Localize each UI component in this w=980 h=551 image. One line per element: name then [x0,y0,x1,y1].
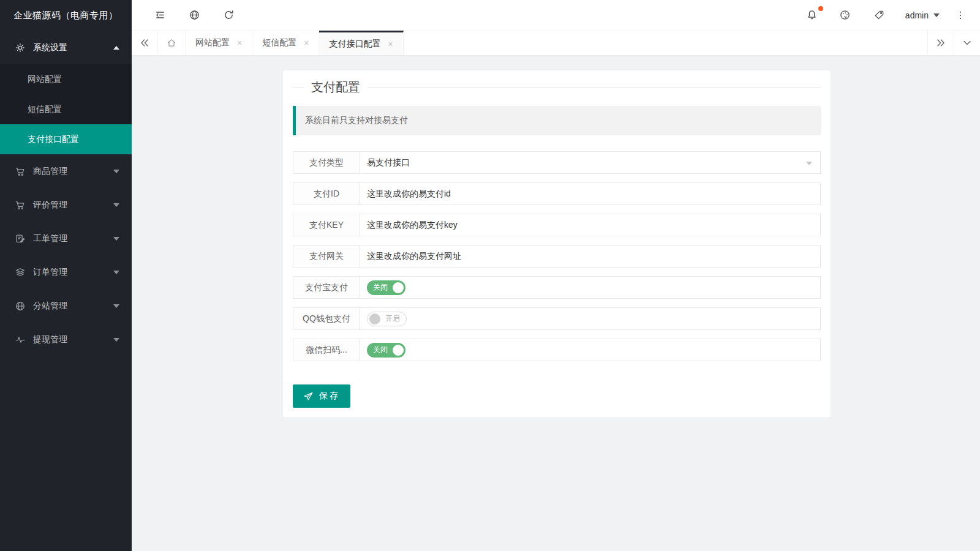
switch-text: 开启 [385,313,400,324]
field-value-cell: 关闭 [360,277,820,298]
caret-down-icon [113,271,119,274]
pay-gateway-input[interactable] [367,246,820,267]
top-header: admin [132,0,980,31]
field-value-cell [360,214,820,236]
user-name: admin [905,10,929,20]
pay-key-input[interactable] [367,214,820,236]
tabs-scroll-left-icon[interactable] [132,31,158,55]
system-settings-submenu: 网站配置 短信配置 支付接口配置 [0,64,132,154]
sidebar-item-review-management[interactable]: 评价管理 [0,188,132,222]
bell-icon[interactable] [796,0,828,31]
close-icon[interactable]: × [304,39,309,47]
field-label: 微信扫码... [293,339,360,361]
caret-down-icon [113,237,119,241]
sidebar-item-payment-config[interactable]: 支付接口配置 [0,124,132,154]
wechat-scan-switch[interactable]: 关闭 [367,343,405,358]
sidebar-item-product-management[interactable]: 商品管理 [0,154,132,188]
save-button-label: 保存 [319,391,340,402]
pulse-icon [15,334,26,345]
sidebar-subitem-label: 支付接口配置 [28,134,79,145]
sidebar-item-system-settings[interactable]: 系统设置 [0,31,132,64]
title-divider [293,87,304,88]
pay-type-select[interactable]: 易支付接口 [360,152,820,173]
palette-icon[interactable] [828,0,862,31]
tabs-menu-icon[interactable] [954,31,980,55]
main-content: 支付配置 系统目前只支持对接易支付 支付类型 易支付接口 支付ID [132,56,980,551]
switch-knob [393,282,404,293]
menu-fold-icon[interactable] [143,0,177,31]
tab-payment-config[interactable]: 支付接口配置 × [319,31,403,55]
sidebar-item-order-management[interactable]: 订单管理 [0,255,132,289]
cart-icon [15,200,26,211]
tabs-scroll-right-icon[interactable] [927,31,954,55]
sidebar-item-ticket-management[interactable]: 工单管理 [0,222,132,255]
field-label: 支付KEY [293,214,360,236]
sidebar-item-label: 商品管理 [33,166,113,177]
globe-icon [15,301,26,312]
page-title: 支付配置 [311,79,360,96]
user-menu[interactable]: admin [897,0,948,31]
sidebar: 企业猫源码（电商专用） 系统设置 网站配置 短信配置 支付接口配置 [0,0,132,551]
sidebar-subitem-label: 网站配置 [28,74,62,85]
sidebar-item-label: 订单管理 [33,267,113,278]
caret-down-icon [113,338,119,342]
caret-up-icon [113,46,119,50]
sidebar-item-withdrawal-management[interactable]: 提现管理 [0,323,132,356]
sidebar-item-label: 系统设置 [33,42,113,53]
more-vertical-icon[interactable] [948,0,973,31]
sidebar-item-label: 分站管理 [33,301,113,312]
alipay-switch[interactable]: 关闭 [367,280,405,295]
caret-down-icon [113,170,119,173]
app-title: 企业猫源码（电商专用） [0,0,132,31]
form-row-pay-id: 支付ID [293,182,821,205]
field-label: 支付类型 [293,152,360,173]
card-title-block: 支付配置 [293,77,821,97]
sidebar-item-label: 工单管理 [33,233,113,244]
tab-label: 网站配置 [195,37,230,48]
close-icon[interactable]: × [237,39,242,47]
tab-label: 短信配置 [262,37,296,48]
tab-label: 支付接口配置 [329,39,380,50]
qq-wallet-switch[interactable]: 开启 [367,312,407,326]
sidebar-item-label: 提现管理 [33,334,113,345]
payment-form: 支付类型 易支付接口 支付ID 支付KEY [293,151,821,408]
tab-website-config[interactable]: 网站配置 × [186,31,252,55]
tab-bar: 网站配置 × 短信配置 × 支付接口配置 × [132,31,980,56]
caret-down-icon [113,304,119,308]
notification-dot [818,6,823,11]
tag-icon[interactable] [862,0,897,31]
globe-icon[interactable] [177,0,211,31]
sidebar-item-website-config[interactable]: 网站配置 [0,64,132,94]
tabbar-spacer [404,31,927,55]
form-row-pay-key: 支付KEY [293,214,821,236]
sidebar-item-sms-config[interactable]: 短信配置 [0,94,132,124]
tab-sms-config[interactable]: 短信配置 × [252,31,319,55]
sidebar-item-substation-management[interactable]: 分站管理 [0,289,132,323]
pay-id-input[interactable] [367,183,820,204]
switch-knob [393,345,404,356]
tab-home[interactable] [158,31,186,55]
form-row-wechat-scan: 微信扫码... 关闭 [293,339,821,361]
sidebar-subitem-label: 短信配置 [28,104,62,115]
cart-icon [15,166,26,177]
caret-down-icon [933,13,940,17]
caret-down-icon [113,203,119,207]
save-button[interactable]: 保存 [293,384,350,408]
switch-text: 关闭 [373,345,388,355]
worksheet-icon [15,233,26,244]
switch-text: 关闭 [373,282,388,293]
gear-icon [15,42,26,53]
close-icon[interactable]: × [388,40,393,48]
field-value-cell [360,183,820,204]
info-alert: 系统目前只支持对接易支付 [293,106,821,135]
form-row-alipay: 支付宝支付 关闭 [293,276,821,299]
send-icon [303,391,314,402]
title-divider [368,87,821,88]
form-row-qq-wallet: QQ钱包支付 开启 [293,307,821,330]
field-value-cell: 开启 [360,308,820,329]
field-label: 支付宝支付 [293,277,360,298]
form-row-pay-type: 支付类型 易支付接口 [293,151,821,174]
alert-text: 系统目前只支持对接易支付 [305,115,408,125]
refresh-icon[interactable] [211,0,246,31]
field-value-cell: 关闭 [360,339,820,361]
